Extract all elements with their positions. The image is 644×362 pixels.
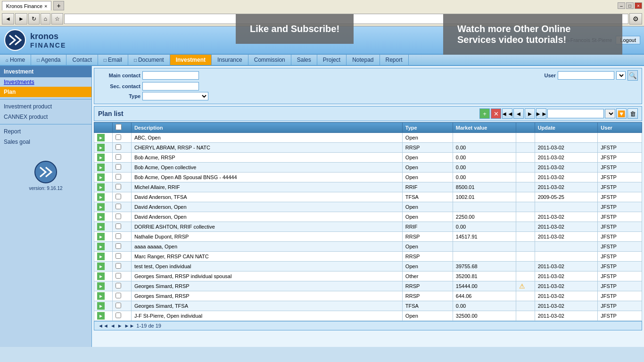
- nav-first-button[interactable]: ◄◄: [502, 108, 512, 119]
- row-checkbox[interactable]: [116, 243, 121, 249]
- pagination-input[interactable]: [547, 109, 604, 118]
- row-checkbox[interactable]: [116, 233, 121, 239]
- nav-tab-commission[interactable]: Commission: [248, 55, 291, 65]
- bottom-nav-first[interactable]: ◄◄: [98, 323, 108, 329]
- browser-tab-active[interactable]: Kronos Finance ×: [2, 1, 51, 10]
- form-icon-btn1[interactable]: 🔍: [627, 70, 638, 81]
- sidebar-item-sales_goal[interactable]: Sales goal: [0, 137, 91, 147]
- row-play-button[interactable]: ▶: [97, 134, 105, 141]
- row-play-button[interactable]: ▶: [97, 154, 105, 161]
- row-market-value: 14517.91: [453, 232, 516, 242]
- row-checkbox[interactable]: [116, 174, 121, 180]
- tab-close-icon[interactable]: ×: [44, 3, 47, 9]
- refresh-button[interactable]: ↻: [28, 13, 40, 25]
- clear-filter-button[interactable]: 🗑: [627, 108, 638, 119]
- type-select[interactable]: [142, 92, 208, 100]
- row-play-button[interactable]: ▶: [97, 253, 105, 260]
- row-checkbox[interactable]: [116, 134, 121, 140]
- nav-tab-investment[interactable]: Investment: [170, 55, 212, 65]
- user-select[interactable]: [616, 71, 626, 80]
- row-checkbox[interactable]: [116, 164, 121, 170]
- nav-last-button[interactable]: ►►: [536, 108, 546, 119]
- row-checkbox[interactable]: [116, 263, 121, 269]
- minimize-button[interactable]: –: [618, 2, 625, 9]
- nav-next-button[interactable]: ►: [525, 108, 535, 119]
- nav-tab-project[interactable]: Project: [317, 55, 347, 65]
- filter-button[interactable]: 🔽: [616, 108, 627, 119]
- row-play-button[interactable]: ▶: [97, 312, 105, 320]
- row-play-button[interactable]: ▶: [97, 292, 105, 300]
- back-button[interactable]: ◄: [2, 13, 14, 25]
- row-play-button[interactable]: ▶: [97, 193, 105, 201]
- row-checkbox[interactable]: [116, 184, 121, 189]
- row-checkbox[interactable]: [116, 253, 121, 259]
- table-row: ▶J-F St-Pierre, Open individualOpen32500…: [94, 311, 642, 321]
- sidebar-item-report[interactable]: Report: [0, 126, 91, 137]
- tools-button[interactable]: ⚙: [629, 13, 642, 25]
- row-play-button[interactable]: ▶: [97, 302, 105, 310]
- bottom-nav-prev[interactable]: ◄: [110, 323, 116, 329]
- row-play-button[interactable]: ▶: [97, 272, 105, 280]
- row-play-button[interactable]: ▶: [97, 223, 105, 230]
- row-play-button[interactable]: ▶: [97, 183, 105, 191]
- maximize-button[interactable]: □: [626, 2, 634, 9]
- bottom-nav-next[interactable]: ►: [117, 323, 123, 329]
- row-play-button[interactable]: ▶: [97, 213, 105, 221]
- nav-tab-contact[interactable]: Contact: [66, 55, 98, 65]
- row-play-button[interactable]: ▶: [97, 263, 105, 270]
- forward-button[interactable]: ►: [15, 13, 27, 25]
- user-input[interactable]: [558, 71, 614, 80]
- sidebar-divider: [0, 124, 91, 124]
- row-checkbox[interactable]: [116, 313, 121, 318]
- close-button[interactable]: ×: [635, 2, 642, 9]
- row-play-button[interactable]: ▶: [97, 282, 105, 290]
- nav-prev-button[interactable]: ◄: [513, 108, 524, 119]
- nav-tab-email[interactable]: □Email: [98, 55, 128, 65]
- row-play-cell: ▶: [94, 311, 113, 321]
- bottom-nav-last[interactable]: ►►: [124, 323, 135, 329]
- row-checkbox[interactable]: [116, 273, 121, 279]
- row-checkbox[interactable]: [116, 283, 121, 288]
- select-all-checkbox[interactable]: [116, 124, 122, 130]
- nav-tab-notepad[interactable]: Notepad: [347, 55, 380, 65]
- row-play-button[interactable]: ▶: [97, 173, 105, 181]
- nav-tab-sales[interactable]: Sales: [291, 55, 317, 65]
- row-checkbox[interactable]: [116, 223, 121, 229]
- nav-tab-insurance[interactable]: Insurance: [212, 55, 248, 65]
- row-play-button[interactable]: ▶: [97, 164, 105, 171]
- row-play-button[interactable]: ▶: [97, 233, 105, 240]
- sidebar-item-investment_product[interactable]: Investment product: [0, 101, 91, 112]
- pagination-select[interactable]: [605, 109, 615, 118]
- nav-tab-document[interactable]: □Document: [128, 55, 170, 65]
- main-contact-input[interactable]: [142, 71, 199, 80]
- nav-tab-agenda[interactable]: □Agenda: [31, 55, 66, 65]
- row-checkbox[interactable]: [116, 144, 121, 150]
- row-market-value: 0.00: [453, 163, 516, 173]
- row-play-button[interactable]: ▶: [97, 144, 105, 151]
- nav-tab-home[interactable]: ⌂Home: [0, 55, 31, 65]
- sidebar-item-cannex_product[interactable]: CANNEX product: [0, 112, 91, 122]
- row-checkbox[interactable]: [116, 154, 121, 160]
- report-tab-label: Report: [386, 57, 403, 63]
- row-checkbox[interactable]: [116, 194, 121, 199]
- row-checkbox[interactable]: [116, 214, 121, 219]
- sidebar-item-plan[interactable]: Plan: [0, 87, 91, 97]
- home-button[interactable]: ⌂: [41, 13, 50, 25]
- address-bar[interactable]: [64, 14, 628, 24]
- sidebar-item-investments[interactable]: Investments: [0, 77, 91, 87]
- logout-button[interactable]: Logout: [616, 36, 640, 44]
- nav-tab-report[interactable]: Report: [380, 55, 409, 65]
- new-tab-button[interactable]: +: [53, 1, 64, 10]
- add-plan-button[interactable]: +: [479, 108, 490, 119]
- delete-plan-button[interactable]: ✕: [491, 108, 501, 119]
- row-update: 2011-03-02: [535, 281, 598, 291]
- row-play-button[interactable]: ▶: [97, 243, 105, 250]
- table-row: ▶Georges Simard, RRSPRRSP644.062011-03-0…: [94, 291, 642, 301]
- row-play-button[interactable]: ▶: [97, 203, 105, 211]
- row-checkbox[interactable]: [116, 303, 121, 308]
- row-checkbox[interactable]: [116, 293, 121, 298]
- row-description: Georges Simard, RRSP: [131, 291, 402, 301]
- sec-contact-input[interactable]: [142, 82, 199, 90]
- star-button[interactable]: ☆: [51, 13, 63, 25]
- row-checkbox[interactable]: [116, 204, 121, 209]
